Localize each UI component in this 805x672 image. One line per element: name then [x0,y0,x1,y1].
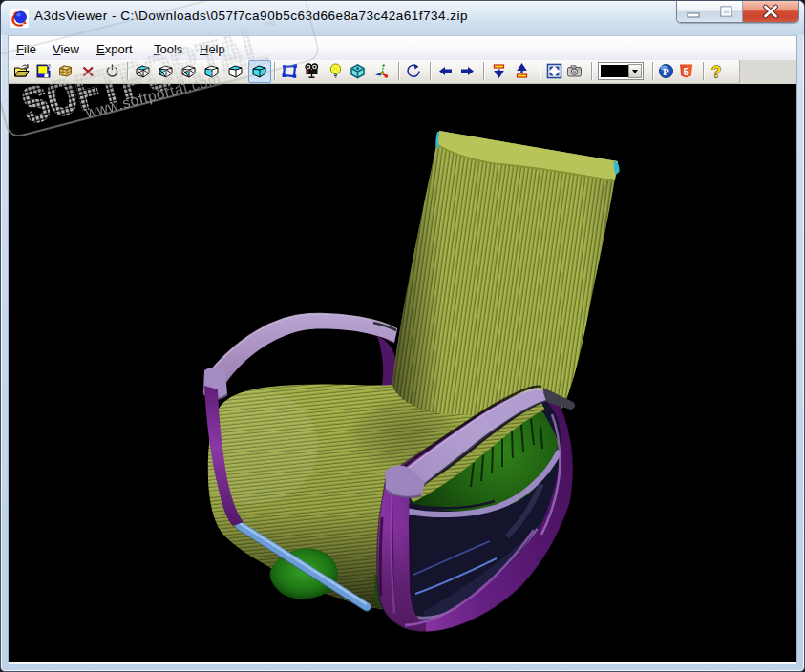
svg-text:P: P [663,66,669,77]
svg-text:?: ? [711,63,721,79]
svg-text:5: 5 [683,66,688,77]
